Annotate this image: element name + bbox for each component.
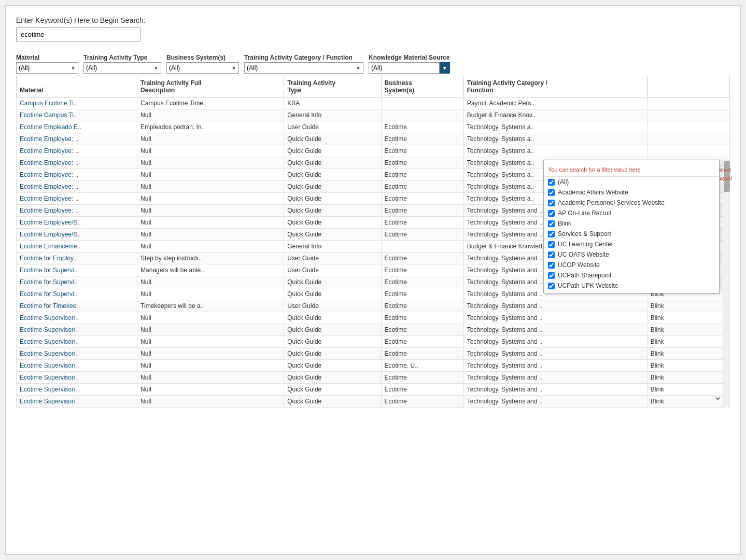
dropdown-checkbox[interactable] (548, 189, 555, 196)
training-type-filter-select[interactable]: (All) (83, 62, 161, 74)
knowledge-source-filter-select[interactable]: (All) (369, 62, 446, 74)
table-cell: Technology, Systems and .. (463, 336, 647, 348)
material-link[interactable]: Ecotime for Supervi.. (20, 290, 77, 298)
table-cell: Blink (647, 312, 729, 324)
dropdown-item[interactable]: UCPath Sharepoint (544, 270, 719, 281)
material-link[interactable]: Ecotime Employee: .. (20, 135, 78, 143)
scroll-down-icon[interactable]: ⌄ (713, 390, 722, 402)
table-cell: Blink (647, 324, 729, 336)
table-cell: Technology, Systems and .. (463, 396, 647, 408)
dropdown-checkbox[interactable] (548, 179, 555, 186)
table-row: Ecotime Supervisor/..NullQuick GuideEcot… (17, 348, 730, 360)
material-link[interactable]: Campus Ecotime Ti.. (20, 100, 77, 107)
business-systems-filter-label: Business System(s) (166, 54, 239, 61)
material-filter-select[interactable]: (All) (16, 62, 78, 74)
table-cell: Blink (647, 300, 729, 312)
dropdown-item[interactable]: UC OATS Website (544, 249, 719, 260)
material-link[interactable]: Ecotime Supervisor/.. (20, 338, 79, 345)
table-cell: User Guide (284, 121, 381, 133)
dropdown-item[interactable]: UCOP Website (544, 260, 719, 270)
material-link[interactable]: Ecotime Enhanceme.. (20, 243, 80, 250)
dropdown-checkbox[interactable] (548, 220, 555, 227)
material-link[interactable]: Ecotime Employee/S.. (20, 219, 81, 226)
table-cell: Null (137, 145, 284, 157)
table-cell: Ecotime (381, 169, 463, 181)
dropdown-item[interactable]: UC Learning Center (544, 239, 719, 249)
material-link[interactable]: Ecotime for Supervi.. (20, 278, 77, 286)
table-cell: Ecotime (381, 253, 463, 264)
material-link[interactable]: Ecotime Supervisor/.. (20, 326, 79, 333)
table-cell: Null (137, 324, 284, 336)
table-row: Ecotime Employee: ..NullQuick GuideEcoti… (17, 133, 730, 145)
table-row: Ecotime Supervisor/..NullQuick GuideEcot… (17, 336, 730, 348)
dropdown-item[interactable]: Academic Personnel Services Website (544, 198, 719, 208)
dropdown-checkbox[interactable] (548, 283, 555, 289)
dropdown-checkbox[interactable] (548, 231, 555, 237)
table-cell: Null (137, 276, 284, 288)
material-link[interactable]: Ecotime Empleado E.. (20, 123, 81, 131)
dropdown-item[interactable]: UCPath UPK Website (544, 281, 719, 291)
table-cell (381, 241, 463, 253)
col-knowledge (647, 76, 729, 97)
dropdown-checkbox[interactable] (548, 262, 555, 269)
material-link[interactable]: Ecotime Supervisor/.. (20, 314, 79, 321)
material-link[interactable]: Ecotime Supervisor/.. (20, 398, 79, 405)
table-cell: Null (137, 384, 284, 396)
dropdown-item[interactable]: Services & Support (544, 229, 719, 239)
table-cell: Quick Guide (284, 312, 381, 324)
business-systems-filter-select[interactable]: (All) (166, 62, 239, 74)
table-cell: Null (137, 169, 284, 181)
table-cell: Technology, Systems a.. (463, 133, 647, 145)
table-cell (647, 133, 729, 145)
table-cell: Null (137, 241, 284, 253)
table-cell: Ecotime (381, 145, 463, 157)
table-cell: Quick Guide (284, 217, 381, 229)
material-link[interactable]: Ecotime Employee: .. (20, 207, 78, 214)
table-cell (381, 109, 463, 121)
dropdown-checkbox[interactable] (548, 200, 555, 206)
material-link[interactable]: Ecotime Supervisor/.. (20, 362, 79, 369)
table-cell: Technology, Systems and .. (463, 360, 647, 372)
material-link[interactable]: Ecotime Employee: .. (20, 147, 78, 155)
material-link[interactable]: Ecotime Employee: .. (20, 171, 78, 178)
material-link[interactable]: Ecotime for Supervi.. (20, 267, 77, 274)
material-link[interactable]: Ecotime Employee/S.. (20, 231, 81, 238)
material-link[interactable]: Ecotime for Employ.. (20, 255, 77, 262)
table-cell (647, 97, 729, 109)
dropdown-checkbox[interactable] (548, 251, 555, 258)
material-link[interactable]: Ecotime Campus Ti.. (20, 111, 77, 119)
dropdown-checkbox[interactable] (548, 272, 555, 279)
table-row: Ecotime Supervisor/..NullQuick GuideEcot… (17, 384, 730, 396)
table-cell: User Guide (284, 253, 381, 264)
col-category: Training Activity Category /Function (463, 76, 647, 97)
dropdown-checkbox[interactable] (548, 241, 555, 248)
table-cell: Null (137, 336, 284, 348)
table-cell: Null (137, 205, 284, 217)
table-cell: Campus Ecotime Time.. (137, 97, 284, 109)
material-link[interactable]: Ecotime Employee: .. (20, 195, 78, 202)
table-cell: KBA (284, 97, 381, 109)
material-link[interactable]: Ecotime Employee: .. (20, 159, 78, 166)
dropdown-item-label: AP On-Line Recruit (558, 209, 611, 217)
dropdown-checkbox[interactable] (548, 210, 555, 217)
table-cell (381, 97, 463, 109)
knowledge-source-dropdown: You can search for a filter value here (… (543, 160, 720, 293)
dropdown-item[interactable]: Blink (544, 218, 719, 229)
material-link[interactable]: Ecotime Supervisor/.. (20, 350, 79, 357)
dropdown-item-label: Blink (558, 220, 571, 227)
material-link[interactable]: Ecotime Employee: .. (20, 183, 78, 190)
search-input[interactable] (16, 27, 140, 41)
table-cell: Quick Guide (284, 193, 381, 205)
material-link[interactable]: Ecotime for Timekee.. (20, 302, 80, 310)
category-filter-select[interactable]: (All) (244, 62, 363, 74)
table-cell: Null (137, 396, 284, 408)
dropdown-item[interactable]: AP On-Line Recruit (544, 208, 719, 218)
table-cell: Blink (647, 348, 729, 360)
table-cell: Technology, Systems a.. (463, 121, 647, 133)
dropdown-item[interactable]: (All) (544, 177, 719, 187)
material-link[interactable]: Ecotime Supervisor/.. (20, 386, 79, 393)
table-cell: Ecotime (381, 348, 463, 360)
material-link[interactable]: Ecotime Supervisor/.. (20, 374, 79, 381)
table-row: Ecotime Supervisor/..NullQuick GuideEcot… (17, 372, 730, 384)
dropdown-item[interactable]: Academic Affairs Website (544, 187, 719, 198)
